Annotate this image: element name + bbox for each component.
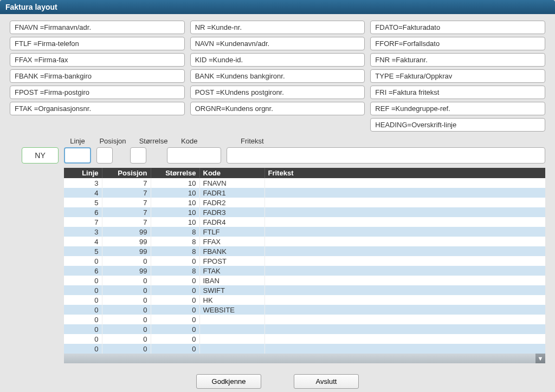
token-item[interactable]: TYPE =Faktura/Oppkrav <box>370 69 545 83</box>
label-posisjon: Posisjon <box>96 137 129 145</box>
close-button[interactable]: Avslutt <box>294 374 359 389</box>
table-cell <box>199 344 264 354</box>
table-cell: 0 <box>102 256 151 266</box>
token-item[interactable]: KID =Kunde-id. <box>190 53 365 67</box>
input-header-row: Linje Posisjon Størrelse Kode Fritekst <box>64 137 545 145</box>
th-kode: Kode <box>199 168 264 178</box>
token-item[interactable]: FDATO=Fakturadato <box>370 21 545 34</box>
table-row[interactable]: 7710FADR4 <box>64 217 545 227</box>
table-cell: 0 <box>64 344 102 354</box>
table-cell <box>264 237 545 246</box>
th-posisjon: Posisjon <box>102 168 151 178</box>
table-row[interactable]: 5710FADR2 <box>64 198 545 207</box>
table-cell: 8 <box>151 266 199 276</box>
table-cell: 0 <box>151 324 199 334</box>
kode-input[interactable] <box>167 147 221 164</box>
token-item[interactable]: FTAK =Organisasjonsnr. <box>10 102 185 115</box>
token-col-3: FDATO=FakturadatoFFORF=ForfallsdatoFNR =… <box>370 21 545 132</box>
table-cell: 8 <box>151 237 199 246</box>
table-row[interactable]: 000 <box>64 315 545 324</box>
table-cell <box>264 344 545 354</box>
token-item[interactable]: FTLF =Firma-telefon <box>10 37 185 50</box>
table-cell: 7 <box>102 178 151 188</box>
table-cell: 0 <box>102 315 151 324</box>
token-item[interactable]: HEADING=Overskrift-linje <box>370 118 545 132</box>
window-title: Faktura layout <box>0 0 555 14</box>
token-item[interactable]: FFORF=Forfallsdato <box>370 37 545 50</box>
table-cell: 7 <box>102 207 151 217</box>
table-cell: 5 <box>64 198 102 207</box>
table-cell: FTLF <box>199 227 264 237</box>
label-kode: Kode <box>178 137 232 145</box>
table-row[interactable]: 6998FTAK <box>64 266 545 276</box>
table-row[interactable]: 000 <box>64 324 545 334</box>
table-row[interactable]: 000HK <box>64 295 545 305</box>
table-cell: 10 <box>151 217 199 227</box>
table-row[interactable]: 000WEBSITE <box>64 305 545 315</box>
token-item[interactable]: POST =KUndens postgironr. <box>190 86 365 99</box>
linje-input[interactable] <box>64 147 91 164</box>
table-row[interactable]: 3710FNAVN <box>64 178 545 188</box>
table-cell: 99 <box>102 266 151 276</box>
table-cell: 0 <box>151 276 199 285</box>
table-cell: 0 <box>151 344 199 354</box>
table-row[interactable]: 5998FBANK <box>64 246 545 256</box>
table-cell: 0 <box>102 324 151 334</box>
token-item[interactable]: FFAX =Firma-fax <box>10 53 185 67</box>
token-item[interactable]: FRI =Faktura fritekst <box>370 86 545 99</box>
table-cell: 10 <box>151 178 199 188</box>
table-cell <box>264 334 545 344</box>
horizontal-scrollbar[interactable]: ▼ <box>64 354 545 363</box>
token-item[interactable]: FNR =Fakturanr. <box>370 53 545 67</box>
content-area: FNAVN =Firmanavn/adr.FTLF =Firma-telefon… <box>0 14 555 392</box>
ny-button[interactable]: NY <box>22 147 59 164</box>
token-item[interactable]: FPOST =Firma-postgiro <box>10 86 185 99</box>
token-item[interactable]: FNAVN =Firmanavn/adr. <box>10 21 185 34</box>
layout-table[interactable]: Linje Posisjon Størrelse Kode Fritekst 3… <box>64 168 545 354</box>
table-row[interactable]: 4998FFAX <box>64 237 545 246</box>
posisjon-input[interactable] <box>96 147 113 164</box>
table-cell: 0 <box>151 305 199 315</box>
table-cell <box>199 334 264 344</box>
table-row[interactable]: 000SWIFT <box>64 285 545 295</box>
footer: Godkjenne Avslutt <box>10 371 545 390</box>
token-item[interactable]: FBANK =Firma-bankgiro <box>10 69 185 83</box>
table-cell: 7 <box>102 217 151 227</box>
label-storrelse: Størrelse <box>134 137 172 145</box>
token-col-1: FNAVN =Firmanavn/adr.FTLF =Firma-telefon… <box>10 21 185 132</box>
table-cell: 99 <box>102 237 151 246</box>
table-cell <box>264 266 545 276</box>
table-row[interactable]: 000IBAN <box>64 276 545 285</box>
table-cell <box>264 324 545 334</box>
table-row[interactable]: 000 <box>64 344 545 354</box>
storrelse-input[interactable] <box>130 147 146 164</box>
token-grid: FNAVN =Firmanavn/adr.FTLF =Firma-telefon… <box>10 21 545 132</box>
table-cell: HK <box>199 295 264 305</box>
table-row[interactable]: 3998FTLF <box>64 227 545 237</box>
table-cell <box>264 217 545 227</box>
table-row[interactable]: 6710FADR3 <box>64 207 545 217</box>
table-cell: IBAN <box>199 276 264 285</box>
table-cell: 0 <box>151 334 199 344</box>
table-cell <box>264 256 545 266</box>
token-item[interactable]: NR =Kunde-nr. <box>190 21 365 34</box>
token-item[interactable]: NAVN =Kundenavn/adr. <box>190 37 365 50</box>
window: Faktura layout FNAVN =Firmanavn/adr.FTLF… <box>0 0 555 392</box>
table-cell: 0 <box>64 334 102 344</box>
th-fritekst: Fritekst <box>264 168 545 178</box>
table-row[interactable]: 000FPOST <box>64 256 545 266</box>
token-item[interactable]: REF =Kundegruppe-ref. <box>370 102 545 115</box>
fritekst-input[interactable] <box>227 147 545 164</box>
table-cell: 0 <box>151 256 199 266</box>
token-item[interactable]: ORGNR=Kundens orgnr. <box>190 102 365 115</box>
table-row[interactable]: 4710FADR1 <box>64 188 545 198</box>
table-cell <box>264 315 545 324</box>
th-storrelse: Størrelse <box>151 168 199 178</box>
table-row[interactable]: 000 <box>64 334 545 344</box>
table-cell: 7 <box>102 188 151 198</box>
table-cell: 0 <box>102 295 151 305</box>
table-cell: 0 <box>64 324 102 334</box>
token-item[interactable]: BANK =Kundens bankgironr. <box>190 69 365 83</box>
scroll-down-icon[interactable]: ▼ <box>535 354 545 363</box>
approve-button[interactable]: Godkjenne <box>196 374 261 389</box>
